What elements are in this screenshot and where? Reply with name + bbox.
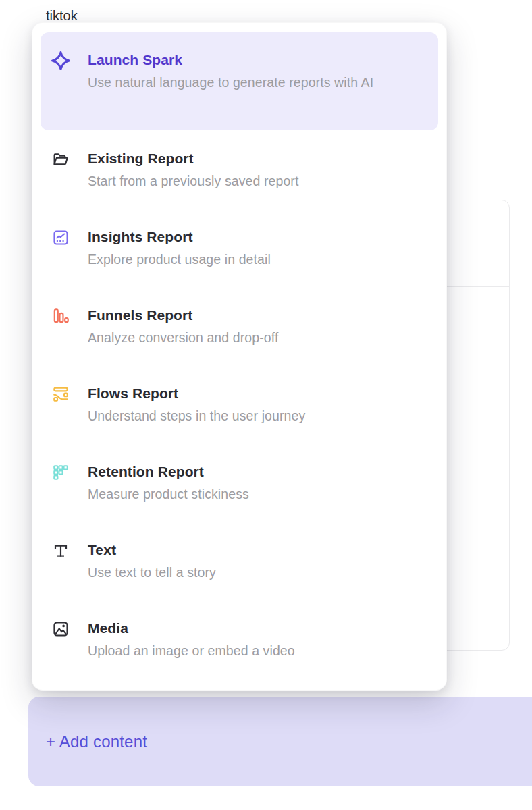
add-content-menu: Launch Spark Use natural language to gen… xyxy=(32,22,447,691)
menu-item-funnels-report[interactable]: Funnels Report Analyze conversion and dr… xyxy=(41,287,438,365)
menu-item-launch-spark[interactable]: Launch Spark Use natural language to gen… xyxy=(41,32,438,130)
add-content-label: + Add content xyxy=(46,732,147,751)
menu-item-description: Measure product stickiness xyxy=(88,483,249,505)
menu-item-existing-report[interactable]: Existing Report Start from a previously … xyxy=(41,130,438,209)
menu-item-text: Text Use text to tell a story xyxy=(88,540,216,583)
menu-item-text-block[interactable]: Text Use text to tell a story xyxy=(41,522,438,600)
menu-item-text: Insights Report Explore product usage in… xyxy=(88,227,271,270)
menu-item-text: Funnels Report Analyze conversion and dr… xyxy=(88,305,278,348)
menu-item-text: Flows Report Understand steps in the use… xyxy=(88,383,305,427)
background-partial-text: tiktok xyxy=(46,8,78,24)
menu-item-title: Existing Report xyxy=(88,148,298,169)
menu-item-flows-report[interactable]: Flows Report Understand steps in the use… xyxy=(41,365,438,443)
menu-item-text: Retention Report Measure product stickin… xyxy=(88,462,249,505)
bar-chart-icon xyxy=(52,307,70,325)
menu-item-title: Launch Spark xyxy=(88,50,373,70)
add-content-button[interactable]: + Add content xyxy=(28,697,532,786)
menu-item-description: Understand steps in the user journey xyxy=(88,405,305,427)
grid-squares-icon xyxy=(52,464,70,481)
menu-item-description: Upload an image or embed a video xyxy=(88,640,295,662)
menu-item-description: Explore product usage in detail xyxy=(88,248,271,270)
menu-item-title: Text xyxy=(88,540,216,560)
menu-item-media[interactable]: Media Upload an image or embed a video xyxy=(41,600,438,678)
background-card-edge xyxy=(30,0,30,26)
menu-item-title: Funnels Report xyxy=(88,305,278,325)
menu-item-description: Use natural language to generate reports… xyxy=(88,72,373,93)
menu-item-title: Insights Report xyxy=(88,227,271,247)
media-icon xyxy=(52,620,70,638)
report-builder-page: tiktok + Add content Launch Spark Use na… xyxy=(0,0,532,810)
spark-icon xyxy=(52,52,70,70)
menu-item-title: Media xyxy=(88,618,295,639)
line-chart-icon xyxy=(52,229,70,246)
menu-item-text: Existing Report Start from a previously … xyxy=(88,148,298,192)
flow-icon xyxy=(52,385,70,403)
menu-item-description: Analyze conversion and drop-off xyxy=(88,327,278,348)
menu-item-title: Flows Report xyxy=(88,383,305,404)
text-icon xyxy=(52,542,70,560)
background-divider-second xyxy=(442,90,532,90)
menu-item-title: Retention Report xyxy=(88,462,249,482)
menu-item-description: Start from a previously saved report xyxy=(88,170,298,192)
background-divider-top xyxy=(439,34,532,34)
menu-item-insights-report[interactable]: Insights Report Explore product usage in… xyxy=(41,209,438,287)
menu-item-text: Launch Spark Use natural language to gen… xyxy=(88,50,373,93)
menu-item-retention-report[interactable]: Retention Report Measure product stickin… xyxy=(41,443,438,522)
menu-item-description: Use text to tell a story xyxy=(88,562,216,583)
menu-item-text: Media Upload an image or embed a video xyxy=(88,618,295,662)
folder-open-icon xyxy=(52,151,70,168)
